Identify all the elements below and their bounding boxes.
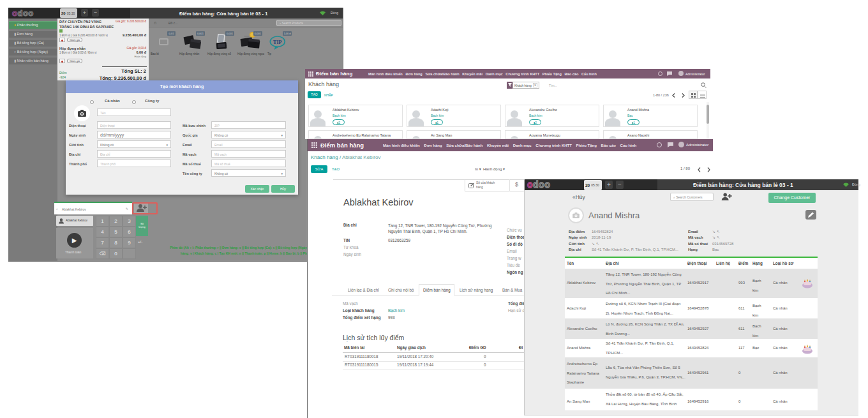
- svg-text:TIP: TIP: [273, 40, 282, 45]
